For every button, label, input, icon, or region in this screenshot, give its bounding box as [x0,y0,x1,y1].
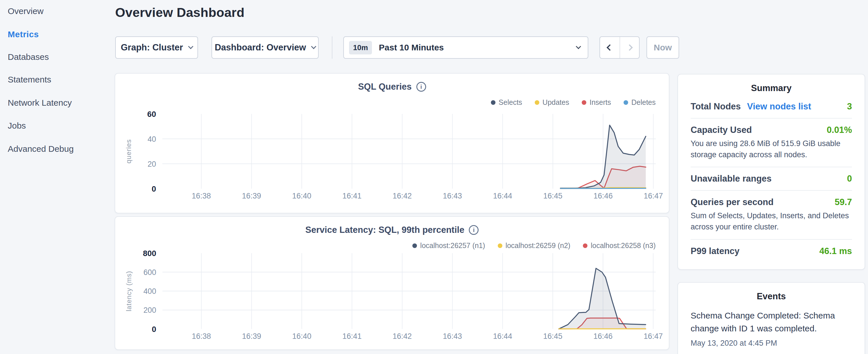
chevron-down-icon [576,44,581,49]
events-panel: Events Schema Change Completed: Schema c… [677,282,865,354]
svg-text:16:47: 16:47 [644,332,663,341]
summary-row-label: P99 latency [691,246,740,256]
summary-row-total-nodes: Total Nodes View nodes list 3 [691,95,852,118]
svg-text:16:46: 16:46 [593,332,613,341]
svg-text:0: 0 [152,185,156,193]
time-range-dropdown[interactable]: 10m Past 10 Minutes [343,36,588,59]
svg-text:16:41: 16:41 [342,332,362,341]
summary-row-value: 46.1 ms [819,246,852,256]
chevron-right-icon [626,44,633,51]
svg-text:16:45: 16:45 [543,332,562,341]
summary-rows: Total Nodes View nodes list 3 Capacity U… [691,95,852,263]
chart-plot-area[interactable]: 16:3816:3916:4016:4116:4216:4316:4416:45… [115,217,669,349]
svg-text:16:42: 16:42 [393,192,412,200]
summary-row-value: 3 [847,101,852,112]
summary-row-queries-per-second: Queries per second 59.7 Sum of Selects, … [691,190,852,239]
sidebar-item-statements[interactable]: Statements [8,74,51,85]
event-message: Schema Change Completed: Schema change w… [691,309,852,335]
svg-text:16:47: 16:47 [644,192,663,200]
chart-canvas[interactable]: 16:3816:3916:4016:4116:4216:4316:4416:45… [115,74,669,213]
summary-row-label: Capacity Used [691,125,752,135]
graph-scope-label: Graph: Cluster [121,42,183,53]
sidebar-item-metrics[interactable]: Metrics [8,29,39,40]
svg-text:600: 600 [143,268,156,277]
event-list-item[interactable]: Schema Change Completed: Schema change w… [691,309,852,348]
dashboard-dropdown[interactable]: Dashboard: Overview [212,36,319,59]
sidebar-item-advanced-debug[interactable]: Advanced Debug [8,143,74,154]
graph-scope-dropdown[interactable]: Graph: Cluster [115,36,198,59]
svg-text:16:42: 16:42 [393,332,412,341]
svg-text:16:40: 16:40 [292,192,311,200]
chevron-down-icon [188,44,193,49]
svg-text:latency (ms): latency (ms) [125,271,133,311]
svg-text:800: 800 [143,249,156,258]
summary-row-label: Total Nodes [691,101,741,112]
svg-text:0: 0 [152,325,156,334]
summary-row-p99-latency: P99 latency 46.1 ms [691,239,852,263]
svg-text:16:40: 16:40 [292,332,311,341]
svg-text:20: 20 [148,160,156,168]
summary-row-value: 59.7 [835,197,852,207]
service-latency-chart-card: Service Latency: SQL, 99th percentile i … [115,216,670,350]
svg-text:16:46: 16:46 [593,192,613,200]
svg-text:16:44: 16:44 [493,192,513,200]
summary-title: Summary [691,83,852,93]
svg-text:16:39: 16:39 [242,332,261,341]
sql-queries-chart-card: SQL Queries i SelectsUpdatesInsertsDelet… [115,73,670,213]
summary-row-label: Unavailable ranges [691,173,772,184]
svg-text:16:45: 16:45 [543,192,562,200]
svg-text:16:43: 16:43 [443,332,462,341]
svg-text:400: 400 [143,287,156,296]
sidebar-item-databases[interactable]: Databases [8,52,49,62]
svg-text:60: 60 [147,110,156,119]
svg-text:queries: queries [125,139,132,164]
sidebar-item-jobs[interactable]: Jobs [8,120,26,131]
svg-text:16:43: 16:43 [443,192,462,200]
summary-row-capacity-used: Capacity Used 0.01% You are using 28.6 M… [691,118,852,167]
svg-text:16:44: 16:44 [493,332,512,341]
summary-row-description: Sum of Selects, Updates, Inserts, and De… [691,210,852,232]
svg-text:16:38: 16:38 [192,332,211,341]
sidebar-item-network-latency[interactable]: Network Latency [8,97,72,108]
summary-row-label: Queries per second [691,197,773,207]
events-title: Events [691,291,852,301]
page-title: Overview Dashboard [115,5,244,20]
chart-plot-area[interactable]: 16:3816:3916:4016:4116:4216:4316:4416:45… [115,74,669,213]
chart-canvas[interactable]: 16:3816:3916:4016:4116:4216:4316:4416:45… [115,217,669,349]
svg-text:16:39: 16:39 [242,192,261,200]
summary-panel: Summary Total Nodes View nodes list 3 Ca… [677,74,865,270]
chevron-left-icon [607,44,613,51]
time-step-button-group [599,36,640,59]
summary-row-value: 0 [847,173,852,184]
now-button[interactable]: Now [647,36,679,59]
event-timestamp: May 13, 2020 at 4:45 PM [691,339,852,348]
svg-text:16:41: 16:41 [342,192,362,200]
time-range-badge: 10m [349,41,372,55]
svg-text:200: 200 [143,306,156,315]
summary-row-description: You are using 28.6 MiB of 515.9 GiB usab… [691,138,852,160]
time-step-forward-button[interactable] [620,37,639,58]
sidebar: Overview Metrics Databases Statements Ne… [0,0,115,354]
db-console-app: Overview Metrics Databases Statements Ne… [0,0,868,354]
svg-text:16:38: 16:38 [192,192,211,200]
time-range-label: Past 10 Minutes [379,43,444,53]
summary-row-unavailable-ranges: Unavailable ranges 0 [691,167,852,190]
time-step-back-button[interactable] [600,37,620,58]
svg-text:40: 40 [148,135,156,143]
sidebar-item-overview[interactable]: Overview [8,6,43,17]
chevron-down-icon [311,44,316,49]
controls-divider [332,36,333,59]
dashboard-dropdown-label: Dashboard: Overview [215,42,306,53]
summary-row-value: 0.01% [827,125,852,135]
view-nodes-list-link[interactable]: View nodes list [747,101,811,112]
